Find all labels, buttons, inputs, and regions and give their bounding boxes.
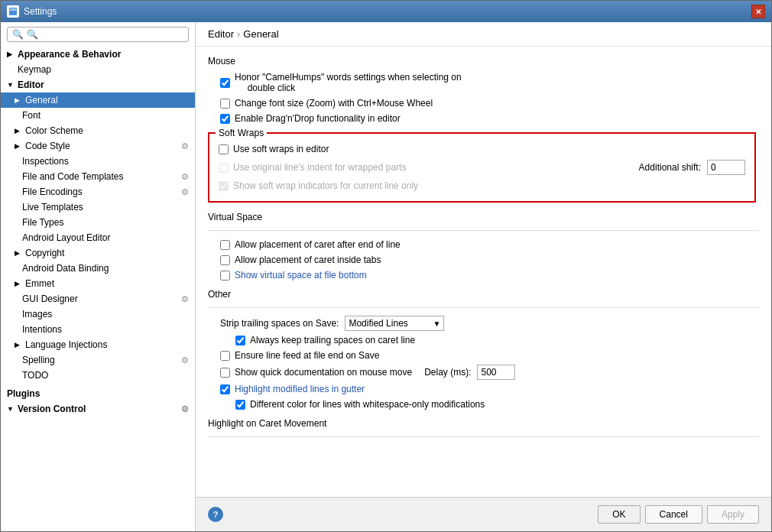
differentcolor-row: Different color for lines with whitespac… — [235, 398, 759, 410]
additional-shift-input[interactable] — [707, 160, 745, 175]
breadcrumb-part2: General — [243, 28, 278, 40]
sidebar-item-label: Version Control — [18, 404, 86, 414]
keeptrailing-row: Always keep trailing spaces on caret lin… — [235, 334, 759, 346]
sidebar-item-appearance[interactable]: ▶ Appearance & Behavior — [1, 47, 195, 62]
sidebar-item-livetemplates[interactable]: Live Templates — [1, 200, 195, 215]
sidebar-item-label: Android Data Binding — [22, 263, 109, 274]
highlightmodified-label: Highlight modified lines in gutter — [235, 384, 365, 394]
sidebar-item-general[interactable]: ▶ General — [1, 92, 195, 108]
sidebar-item-label: Images — [22, 309, 52, 320]
sidebar-item-label: Android Layout Editor — [22, 232, 110, 243]
sidebar-item-images[interactable]: Images — [1, 307, 195, 322]
sidebar-item-label: Spelling — [22, 355, 55, 365]
sidebar-item-copyright[interactable]: ▶ Copyright — [1, 245, 195, 261]
virtualspace-row: Show virtual space at file bottom — [220, 269, 759, 281]
close-button[interactable]: ✕ — [751, 5, 765, 18]
caretafterend-row: Allow placement of caret after end of li… — [220, 238, 759, 251]
sidebar-item-editor[interactable]: ▼ Editor — [1, 77, 195, 92]
sidebar-item-fileandcode[interactable]: File and Code Templates ⚙ — [1, 169, 195, 184]
linefeed-checkbox[interactable] — [220, 351, 230, 361]
usesoftwraps-row: Use soft wraps in editor — [219, 143, 745, 155]
expand-arrow-icon: ▶ — [15, 96, 22, 104]
expand-arrow-icon: ▶ — [15, 280, 22, 287]
softwraps-group: Soft Wraps Use soft wraps in editor Use … — [208, 132, 756, 203]
sidebar-item-label: Intentions — [22, 324, 62, 335]
sidebar-item-label: Font — [22, 110, 41, 121]
dragndrop-row: Enable Drag'n'Drop functionality in edit… — [220, 112, 759, 125]
usesoftwraps-label: Use soft wraps in editor — [233, 144, 329, 154]
sidebar-item-fileencodings[interactable]: File Encodings ⚙ — [1, 184, 195, 200]
help-button[interactable]: ? — [208, 507, 223, 522]
originalindent-row: Use original line's indent for wrapped p… — [219, 161, 406, 174]
dropdown-arrow-icon: ▼ — [433, 320, 441, 328]
sidebar-item-label: Editor — [18, 79, 44, 90]
highlightmodified-checkbox[interactable] — [220, 384, 230, 394]
sidebar-item-androiddatabinding[interactable]: Android Data Binding — [1, 261, 195, 276]
sidebar-item-guidesigner[interactable]: GUI Designer ⚙ — [1, 291, 195, 307]
apply-button[interactable]: Apply — [707, 505, 759, 524]
virtualspace-section-header: Virtual Space — [208, 212, 759, 222]
keeptrailing-label: Always keep trailing spaces on caret lin… — [250, 335, 415, 345]
sidebar-item-label: File and Code Templates — [22, 171, 124, 182]
sidebar-item-font[interactable]: Font — [1, 108, 195, 123]
settings-badge-icon: ⚙ — [181, 294, 189, 304]
sidebar-item-versioncontrol[interactable]: ▼ Version Control ⚙ — [1, 401, 195, 417]
cancel-button[interactable]: Cancel — [645, 505, 702, 524]
sidebar-item-intentions[interactable]: Intentions — [1, 322, 195, 337]
quickdoc-checkbox[interactable] — [220, 368, 230, 378]
differentcolor-checkbox[interactable] — [235, 400, 245, 410]
sidebar-item-emmet[interactable]: ▶ Emmet — [1, 276, 195, 291]
sidebar-item-label: Language Injections — [25, 339, 107, 350]
ok-button[interactable]: OK — [598, 505, 640, 524]
sidebar-item-colorscheme[interactable]: ▶ Color Scheme — [1, 123, 195, 138]
camelhumps-label: Honor "CamelHumps" words settings when s… — [235, 72, 462, 93]
highlightmodified-row: Highlight modified lines in gutter — [220, 383, 759, 395]
virtualspace-checkbox[interactable] — [220, 271, 230, 281]
sidebar-item-label: TODO — [22, 370, 48, 381]
caretinsidetabs-row: Allow placement of caret inside tabs — [220, 254, 759, 266]
sidebar-item-spelling[interactable]: Spelling ⚙ — [1, 352, 195, 368]
caretinsidetabs-checkbox[interactable] — [220, 255, 230, 265]
fontsize-checkbox[interactable] — [220, 99, 230, 109]
search-input[interactable] — [27, 29, 183, 40]
expand-arrow-icon: ▶ — [15, 142, 22, 150]
search-box[interactable]: 🔍 — [7, 27, 189, 42]
additional-shift-label: Additional shift: — [639, 162, 701, 173]
showindicators-label: Show soft wrap indicators for current li… — [233, 180, 418, 191]
dragndrop-checkbox[interactable] — [220, 114, 230, 124]
caretafterend-checkbox[interactable] — [220, 240, 230, 250]
settings-window: Settings ✕ 🔍 ▶ Appearance & Behavior Key… — [0, 0, 772, 532]
sidebar-item-androidlayout[interactable]: Android Layout Editor — [1, 230, 195, 245]
other-section: Strip trailing spaces on Save: Modified … — [220, 316, 759, 410]
sidebar: 🔍 ▶ Appearance & Behavior Keymap ▼ Edito… — [1, 22, 196, 531]
sidebar-item-codestyle[interactable]: ▶ Code Style ⚙ — [1, 138, 195, 154]
originalindent-checkbox[interactable] — [219, 163, 229, 173]
quickdoc-label: Show quick documentation on mouse move — [235, 367, 412, 378]
sidebar-item-label: Emmet — [25, 278, 54, 289]
usesoftwraps-checkbox[interactable] — [219, 144, 229, 154]
delay-input[interactable] — [477, 365, 515, 380]
mouse-section-header: Mouse — [208, 56, 759, 66]
main-content: 🔍 ▶ Appearance & Behavior Keymap ▼ Edito… — [1, 22, 771, 531]
sidebar-item-filetypes[interactable]: File Types — [1, 215, 195, 230]
other-section-header: Other — [208, 289, 759, 300]
sidebar-item-label: Keymap — [18, 64, 51, 75]
sidebar-item-inspections[interactable]: Inspections — [1, 154, 195, 169]
strip-label: Strip trailing spaces on Save: — [220, 318, 339, 329]
sidebar-item-label: Copyright — [25, 248, 64, 258]
sidebar-item-keymap[interactable]: Keymap — [1, 62, 195, 77]
strip-dropdown[interactable]: Modified Lines ▼ — [345, 316, 444, 331]
keeptrailing-checkbox[interactable] — [235, 336, 245, 345]
sidebar-item-label: Live Templates — [22, 202, 83, 212]
linefeed-row: Ensure line feed at file end on Save — [220, 349, 759, 362]
camelhumps-row: Honor "CamelHumps" words settings when s… — [220, 71, 759, 94]
camelhumps-checkbox[interactable] — [220, 78, 230, 88]
bottom-bar: ? OK Cancel Apply — [196, 497, 771, 531]
mouse-section: Honor "CamelHumps" words settings when s… — [220, 71, 759, 125]
sidebar-item-label: Inspections — [22, 156, 69, 167]
sidebar-item-plugins[interactable]: Plugins — [1, 386, 195, 401]
sidebar-item-todo[interactable]: TODO — [1, 368, 195, 383]
highlightcaret-section-header: Highlight on Caret Movement — [208, 418, 759, 429]
sidebar-item-languageinjections[interactable]: ▶ Language Injections — [1, 337, 195, 352]
showindicators-checkbox[interactable] — [219, 181, 229, 191]
